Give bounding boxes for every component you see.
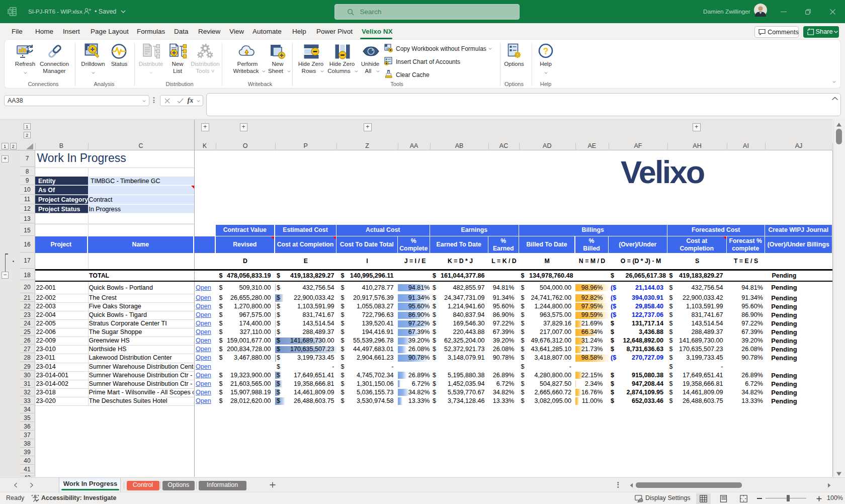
svg-text:?: ?	[543, 46, 549, 56]
